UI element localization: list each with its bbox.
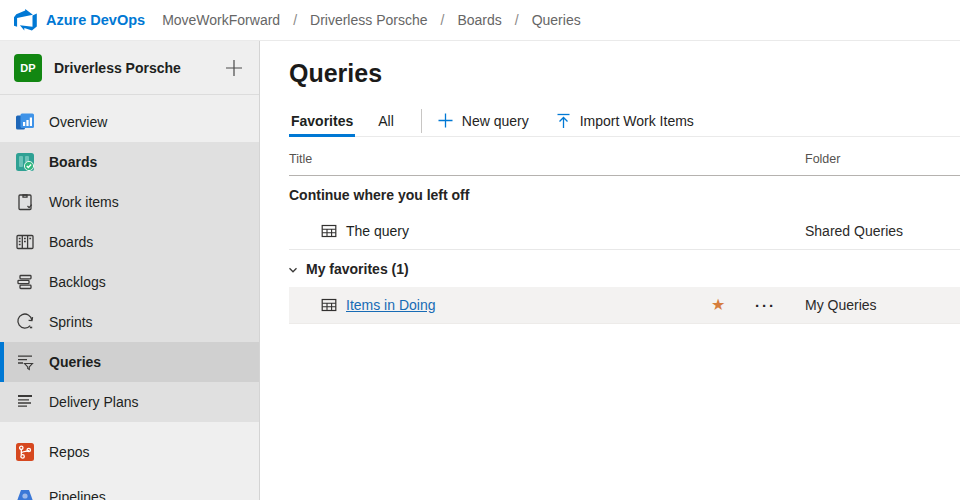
sidebar-item-label: Work items <box>49 194 119 210</box>
tabbar-divider <box>421 109 422 133</box>
sidebar-item-label: Queries <box>49 354 101 370</box>
column-header-title: Title <box>289 152 805 166</box>
breadcrumb: MoveWorkForward / Driverless Porsche / B… <box>155 12 588 28</box>
sprints-icon <box>14 311 36 333</box>
project-avatar[interactable]: DP <box>14 54 42 82</box>
sidebar-nav: Overview Boards <box>0 95 259 500</box>
sidebar-item-queries[interactable]: Queries <box>0 342 259 382</box>
breadcrumb-separator: / <box>287 12 303 28</box>
tab-all[interactable]: All <box>376 105 396 136</box>
board-icon <box>14 231 36 253</box>
sidebar-item-backlogs[interactable]: Backlogs <box>0 262 259 302</box>
table-header: Title Folder <box>289 143 960 176</box>
plus-icon <box>225 59 243 77</box>
sidebar-item-delivery-plans[interactable]: Delivery Plans <box>0 382 259 422</box>
section-header-continue: Continue where you left off <box>289 176 960 213</box>
section-header-label: Continue where you left off <box>289 187 469 203</box>
tab-favorites[interactable]: Favorites <box>289 105 355 136</box>
sidebar-item-sprints[interactable]: Sprints <box>0 302 259 342</box>
sidebar-item-label: Delivery Plans <box>49 394 138 410</box>
plus-icon <box>438 113 453 128</box>
sidebar-item-label: Boards <box>49 154 97 170</box>
favorite-star-icon[interactable]: ★ <box>711 297 727 313</box>
page-title: Queries <box>289 58 960 88</box>
brand-text[interactable]: Azure DevOps <box>46 12 145 28</box>
section-header-label: My favorites (1) <box>306 261 409 277</box>
sidebar-item-label: Pipelines <box>49 489 106 500</box>
sidebar-item-boards-group[interactable]: Boards <box>0 142 259 182</box>
project-name[interactable]: Driverless Porsche <box>54 60 223 76</box>
overview-icon <box>14 111 36 133</box>
query-folder: My Queries <box>805 297 960 313</box>
import-work-items-button[interactable]: Import Work Items <box>556 113 694 129</box>
query-table-icon <box>321 297 337 313</box>
query-title: The query <box>346 223 409 239</box>
section-header-my-favorites[interactable]: My favorites (1) <box>289 250 960 287</box>
chevron-down-icon[interactable] <box>287 264 299 276</box>
boards-icon <box>14 151 36 173</box>
sidebar-item-boards[interactable]: Boards <box>0 222 259 262</box>
main-content: Queries Favorites All New query <box>260 41 960 500</box>
sidebar-item-overview[interactable]: Overview <box>0 102 259 142</box>
column-header-folder: Folder <box>805 152 960 166</box>
import-icon <box>556 113 571 128</box>
breadcrumb-item-organization[interactable]: MoveWorkForward <box>155 12 287 28</box>
breadcrumb-separator: / <box>435 12 451 28</box>
breadcrumb-separator: / <box>509 12 525 28</box>
tab-bar: Favorites All New query Import <box>289 105 960 137</box>
query-title-link[interactable]: Items in Doing <box>346 297 435 313</box>
project-header: DP Driverless Porsche <box>0 41 259 95</box>
sidebar-item-label: Overview <box>49 114 107 130</box>
breadcrumb-item-queries[interactable]: Queries <box>525 12 588 28</box>
work-items-icon <box>14 191 36 213</box>
delivery-plans-icon <box>14 391 36 413</box>
breadcrumb-item-project[interactable]: Driverless Porsche <box>303 12 434 28</box>
breadcrumb-item-boards[interactable]: Boards <box>450 12 508 28</box>
query-row-the-query[interactable]: The query Shared Queries <box>289 213 960 250</box>
sidebar-item-work-items[interactable]: Work items <box>0 182 259 222</box>
sidebar-group-boards: Boards Work items <box>0 142 259 422</box>
more-options-icon[interactable]: ··· <box>755 297 793 314</box>
sidebar-item-pipelines[interactable]: Pipelines <box>0 477 259 500</box>
pipelines-icon <box>14 486 36 500</box>
query-folder: Shared Queries <box>805 223 960 239</box>
backlogs-icon <box>14 271 36 293</box>
azure-devops-logo[interactable] <box>14 9 37 31</box>
repos-icon <box>14 441 36 463</box>
sidebar-item-repos[interactable]: Repos <box>0 432 259 472</box>
queries-icon <box>14 351 36 373</box>
sidebar-item-label: Repos <box>49 444 89 460</box>
query-table-icon <box>321 223 337 239</box>
add-project-button[interactable] <box>223 57 245 79</box>
import-work-items-label: Import Work Items <box>580 113 694 129</box>
new-query-label: New query <box>462 113 529 129</box>
sidebar: DP Driverless Porsche <box>0 41 260 500</box>
topbar: Azure DevOps MoveWorkForward / Driverles… <box>0 0 960 41</box>
query-row-items-in-doing[interactable]: Items in Doing ★ ··· My Queries <box>289 287 960 324</box>
sidebar-item-label: Sprints <box>49 314 93 330</box>
sidebar-item-label: Boards <box>49 234 93 250</box>
new-query-button[interactable]: New query <box>438 113 529 129</box>
sidebar-item-label: Backlogs <box>49 274 106 290</box>
